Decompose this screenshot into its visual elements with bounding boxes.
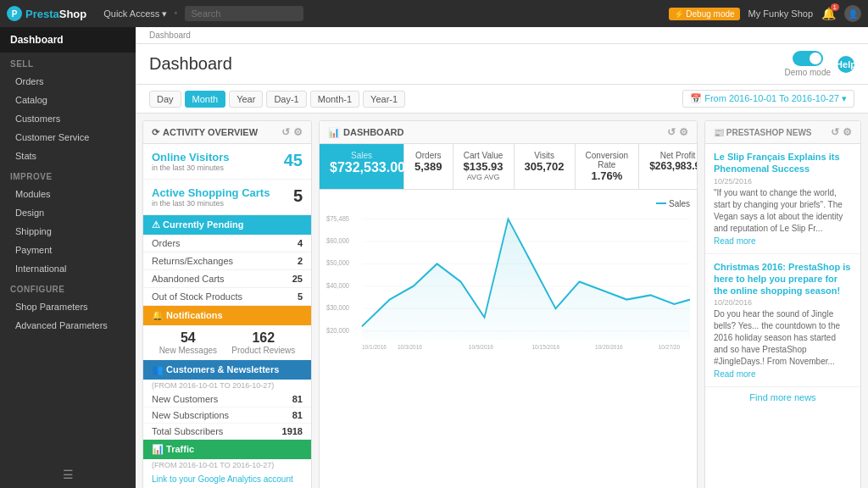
- pending-carts: Abandoned Carts25: [143, 270, 311, 288]
- pending-returns: Returns/Exchanges2: [143, 252, 311, 270]
- find-more-news-link[interactable]: Find more news: [705, 387, 860, 408]
- activity-refresh[interactable]: ↺: [281, 126, 290, 138]
- user-avatar[interactable]: 👤: [844, 5, 861, 22]
- svg-text:10/27/20: 10/27/20: [659, 343, 681, 349]
- notifications-row: 54 New Messages 162 Product Reviews: [143, 325, 311, 360]
- top-right: ⚡ Debug mode My Funky Shop 🔔1 👤: [669, 5, 861, 22]
- news-config[interactable]: ⚙: [843, 126, 852, 138]
- chart-config[interactable]: ⚙: [679, 126, 688, 138]
- news-date-1: 10/20/2016: [714, 298, 852, 307]
- svg-text:$40,000: $40,000: [326, 281, 349, 290]
- visits-stat: Visits 305,702: [515, 144, 576, 189]
- svg-text:$30,000: $30,000: [326, 303, 349, 312]
- page-header: Dashboard Demo mode Help: [136, 44, 868, 85]
- online-visitors-value: 45: [284, 151, 303, 170]
- active-carts-sub: in the last 30 minutes: [152, 199, 303, 208]
- demo-mode-label: Demo mode: [785, 68, 831, 77]
- sidebar-item-dashboard[interactable]: Dashboard: [0, 27, 136, 53]
- online-visitors-stat: 45 Online Visitors in the last 30 minute…: [143, 144, 311, 180]
- tab-day[interactable]: Day: [149, 91, 181, 108]
- notifications-header: 🔔 Notifications: [143, 306, 311, 325]
- breadcrumb: Dashboard: [136, 27, 868, 44]
- demo-mode-toggle[interactable]: [793, 51, 823, 66]
- activity-panel-header: ⟳ACTIVITY OVERVIEW ↺⚙: [143, 121, 311, 144]
- search-input[interactable]: [185, 6, 303, 21]
- customers-header: 👥 Customers & Newsletters: [143, 360, 311, 380]
- svg-text:10/9/2016: 10/9/2016: [469, 343, 493, 349]
- news-item-1: Christmas 2016: PrestaShop is here to he…: [705, 254, 860, 388]
- pending-stock: Out of Stock Products5: [143, 288, 311, 306]
- new-subscriptions-row: New Subscriptions81: [143, 408, 311, 424]
- analytics-link[interactable]: Link to your Google Analytics account: [143, 471, 311, 487]
- svg-text:10/20/2016: 10/20/2016: [595, 343, 623, 349]
- sidebar-item-stats[interactable]: Stats: [0, 147, 136, 165]
- news-item-0: Le Slip Français Explains its Phenomenal…: [705, 144, 860, 254]
- svg-text:$50,000: $50,000: [326, 259, 349, 268]
- read-more-1[interactable]: Read more: [714, 369, 755, 379]
- date-range-picker[interactable]: 📅 From 2016-10-01 To 2016-10-27 ▾: [682, 90, 854, 108]
- sidebar-section-configure: CONFIGURE: [0, 278, 136, 297]
- tab-day-1[interactable]: Day-1: [266, 91, 306, 108]
- tab-year[interactable]: Year: [229, 91, 263, 108]
- orders-stat: Orders 5,389: [404, 144, 453, 189]
- separator: •: [174, 8, 177, 19]
- dashboard-chart-panel: 📊DASHBOARD ↺⚙ Sales $732,533.00 Orders 5…: [319, 120, 698, 488]
- traffic-header: 📊 Traffic: [143, 440, 311, 459]
- svg-marker-14: [362, 219, 690, 340]
- quick-access-button[interactable]: Quick Access ▾: [103, 8, 167, 19]
- svg-text:$20,000: $20,000: [326, 326, 349, 335]
- news-text-1: Do you hear the sound of Jingle bells? Y…: [714, 308, 852, 368]
- notifications-bell[interactable]: 🔔1: [821, 7, 836, 20]
- sidebar-item-customer-service[interactable]: Customer Service: [0, 128, 136, 147]
- active-carts-stat: 5 Active Shopping Carts in the last 30 m…: [143, 180, 311, 215]
- tab-month-1[interactable]: Month-1: [310, 91, 359, 108]
- online-visitors-sub: in the last 30 minutes: [152, 164, 303, 172]
- line-chart-area: Sales $75,485 $60,000 $50,000: [320, 190, 697, 347]
- page-title: Dashboard: [149, 54, 232, 74]
- chart-refresh[interactable]: ↺: [667, 126, 676, 138]
- logo-text: PrestaShop: [25, 8, 86, 20]
- main-layout: Dashboard SELL Orders Catalog Customers …: [0, 27, 868, 488]
- svg-text:P: P: [12, 9, 18, 19]
- sidebar-item-design[interactable]: Design: [0, 203, 136, 222]
- news-text-0: "If you want to change the world, start …: [714, 187, 852, 235]
- sidebar-collapse-button[interactable]: ☰: [0, 461, 136, 488]
- online-visitors-label[interactable]: Online Visitors: [152, 151, 303, 164]
- sidebar-item-advanced-parameters[interactable]: Advanced Parameters: [0, 316, 136, 335]
- debug-mode-badge: ⚡ Debug mode: [669, 8, 740, 20]
- logo: P PrestaShop: [7, 6, 86, 21]
- svg-text:$75,485: $75,485: [326, 214, 349, 223]
- svg-text:10/1/2016: 10/1/2016: [362, 343, 387, 349]
- news-date-0: 10/25/2016: [714, 177, 852, 186]
- sidebar-item-international[interactable]: International: [0, 259, 136, 278]
- tab-year-1[interactable]: Year-1: [363, 91, 405, 108]
- sales-line-chart: $75,485 $60,000 $50,000 $40,000 $30,000 …: [326, 210, 690, 353]
- content-area: Dashboard Dashboard Demo mode Help Day M…: [136, 27, 868, 488]
- net-profit-stat: Net Profit $263,983.96: [639, 144, 698, 189]
- active-carts-label[interactable]: Active Shopping Carts: [152, 186, 303, 199]
- dashboard-chart-header: 📊DASHBOARD ↺⚙: [320, 121, 697, 144]
- sidebar-item-shipping[interactable]: Shipping: [0, 222, 136, 241]
- pending-orders: Orders4: [143, 235, 311, 252]
- chart-stats-row: Sales $732,533.00 Orders 5,389 Cart Valu…: [320, 144, 697, 190]
- news-refresh[interactable]: ↺: [831, 126, 839, 138]
- tab-month[interactable]: Month: [185, 91, 226, 108]
- news-title-0[interactable]: Le Slip Français Explains its Phenomenal…: [714, 151, 852, 175]
- read-more-0[interactable]: Read more: [714, 236, 755, 246]
- customers-sub: (FROM 2016-10-01 TO 2016-10-27): [143, 380, 311, 391]
- traffic-sub: (FROM 2016-10-01 TO 2016-10-27): [143, 459, 311, 471]
- new-customers-row: New Customers81: [143, 391, 311, 408]
- sidebar-item-customers[interactable]: Customers: [0, 109, 136, 128]
- svg-text:10/3/2016: 10/3/2016: [398, 343, 422, 349]
- activity-panel: ⟳ACTIVITY OVERVIEW ↺⚙ 45 Online Visitors…: [142, 120, 312, 488]
- sidebar-item-catalog[interactable]: Catalog: [0, 91, 136, 109]
- sidebar-item-modules[interactable]: Modules: [0, 185, 136, 203]
- help-button[interactable]: Help: [837, 56, 854, 73]
- sidebar-section-sell: SELL: [0, 53, 136, 72]
- sidebar-item-shop-parameters[interactable]: Shop Parameters: [0, 297, 136, 316]
- sidebar-item-orders[interactable]: Orders: [0, 72, 136, 91]
- news-title-1[interactable]: Christmas 2016: PrestaShop is here to he…: [714, 261, 852, 297]
- sidebar-item-payment[interactable]: Payment: [0, 241, 136, 259]
- activity-config[interactable]: ⚙: [293, 126, 303, 138]
- sidebar-section-improve: IMPROVE: [0, 165, 136, 185]
